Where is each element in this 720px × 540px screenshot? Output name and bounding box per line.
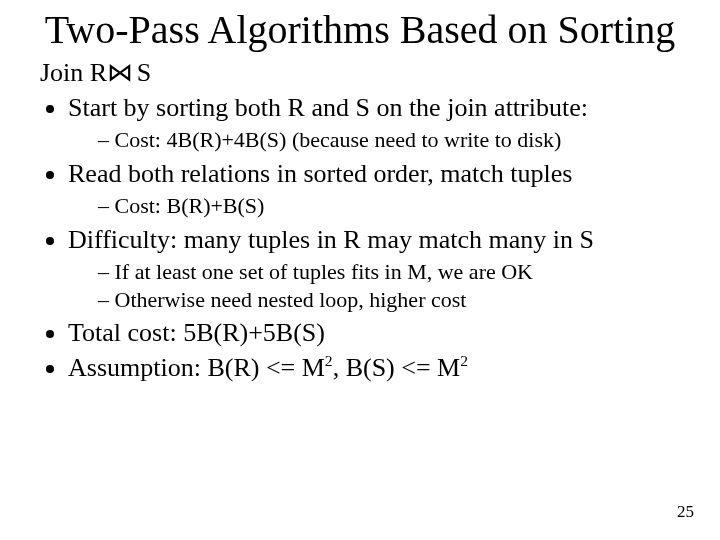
bullet-3: Difficulty: many tuples in R may match m… — [68, 224, 690, 314]
bullet-5-prefix: Assumption: B(R) <= M — [68, 353, 325, 382]
bullet-5-sup-2: 2 — [460, 352, 468, 369]
bullet-5-sup-1: 2 — [325, 352, 333, 369]
bullet-1: Start by sorting both R and S on the joi… — [68, 92, 690, 154]
bullet-2-sub-1: Cost: B(R)+B(S) — [98, 192, 690, 220]
lead-suffix: S — [130, 58, 151, 87]
bullet-3-sub-1: If at least one set of tuples fits in M,… — [98, 258, 690, 286]
bullet-1-sub-1: Cost: 4B(R)+4B(S) (because need to write… — [98, 126, 690, 154]
bullet-1-text: Start by sorting both R and S on the joi… — [68, 93, 588, 122]
lead-line: Join R⋈ S — [40, 56, 690, 90]
slide-title: Two-Pass Algorithms Based on Sorting — [30, 8, 690, 52]
slide: Two-Pass Algorithms Based on Sorting Joi… — [0, 0, 720, 540]
bullet-3-sub-2: Otherwise need nested loop, higher cost — [98, 286, 690, 314]
page-number: 25 — [677, 502, 694, 522]
lead-prefix: Join R — [40, 58, 107, 87]
bullet-list: Start by sorting both R and S on the joi… — [44, 92, 690, 385]
join-icon: ⋈ — [107, 57, 130, 87]
bullet-3-text: Difficulty: many tuples in R may match m… — [68, 225, 594, 254]
bullet-1-sub: Cost: 4B(R)+4B(S) (because need to write… — [68, 126, 690, 154]
bullet-4: Total cost: 5B(R)+5B(S) — [68, 317, 690, 350]
bullet-3-sub: If at least one set of tuples fits in M,… — [68, 258, 690, 313]
slide-body: Join R⋈ S Start by sorting both R and S … — [30, 56, 690, 384]
bullet-5: Assumption: B(R) <= M2, B(S) <= M2 — [68, 352, 690, 385]
bullet-2-text: Read both relations in sorted order, mat… — [68, 159, 572, 188]
bullet-5-mid: , B(S) <= M — [333, 353, 461, 382]
bullet-2-sub: Cost: B(R)+B(S) — [68, 192, 690, 220]
bullet-2: Read both relations in sorted order, mat… — [68, 158, 690, 220]
